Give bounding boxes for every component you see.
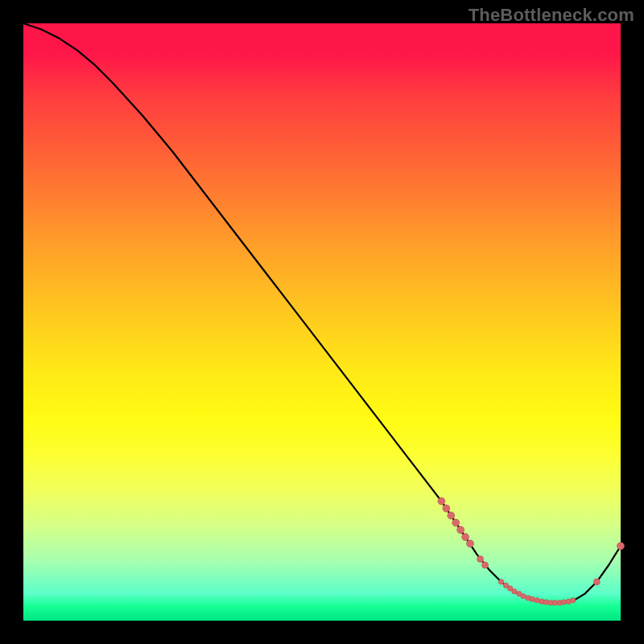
curve-marker xyxy=(530,597,535,601)
curve-marker xyxy=(593,579,600,585)
curve-marker xyxy=(457,526,464,534)
bottleneck-curve xyxy=(23,23,621,603)
curve-markers xyxy=(438,497,625,605)
curve-marker xyxy=(512,588,517,593)
curve-marker xyxy=(570,598,575,603)
curve-marker xyxy=(452,519,460,526)
curve-marker xyxy=(617,543,625,550)
curve-marker xyxy=(521,593,526,598)
curve-marker xyxy=(467,540,474,547)
curve-marker xyxy=(448,512,455,519)
curve-marker xyxy=(552,601,557,605)
curve-marker xyxy=(498,580,503,584)
curve-marker xyxy=(535,598,539,603)
curve-marker xyxy=(477,556,484,563)
curve-marker xyxy=(482,562,489,568)
curve-marker xyxy=(462,534,469,541)
chart-container: TheBottleneck.com xyxy=(0,0,644,644)
curve-layer xyxy=(23,23,621,621)
curve-marker xyxy=(561,600,566,605)
curve-marker xyxy=(443,505,450,512)
curve-marker xyxy=(438,497,445,505)
curve-marker xyxy=(543,600,548,605)
